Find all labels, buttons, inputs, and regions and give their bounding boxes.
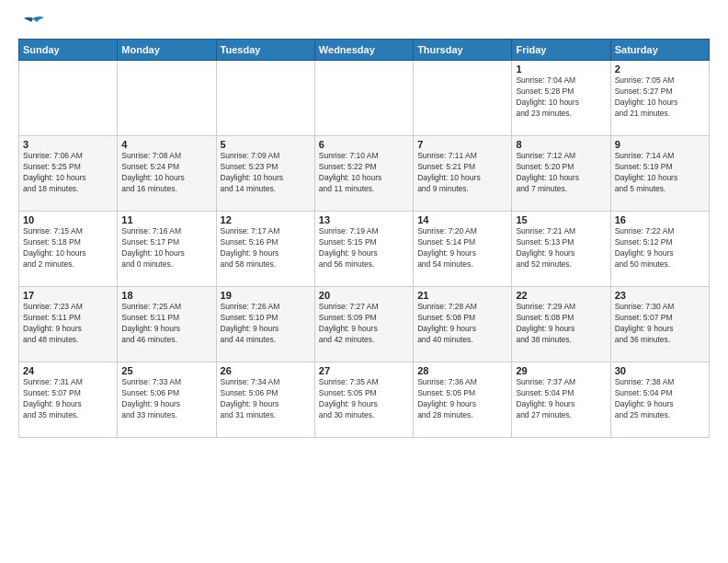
calendar-day-cell: 15Sunrise: 7:21 AMSunset: 5:13 PMDayligh… — [512, 212, 610, 287]
day-number: 3 — [23, 139, 113, 150]
calendar-day-cell: 2Sunrise: 7:05 AMSunset: 5:27 PMDaylight… — [610, 61, 709, 136]
day-number: 23 — [615, 290, 705, 301]
day-number: 29 — [516, 365, 606, 376]
calendar-day-cell: 14Sunrise: 7:20 AMSunset: 5:14 PMDayligh… — [414, 212, 512, 287]
day-number: 30 — [615, 365, 705, 376]
calendar-day-cell: 12Sunrise: 7:17 AMSunset: 5:16 PMDayligh… — [216, 212, 314, 287]
day-info: Sunrise: 7:28 AMSunset: 5:08 PMDaylight:… — [417, 302, 507, 346]
day-info: Sunrise: 7:22 AMSunset: 5:12 PMDaylight:… — [615, 226, 705, 270]
day-number: 26 — [221, 365, 311, 376]
day-info: Sunrise: 7:35 AMSunset: 5:05 PMDaylight:… — [319, 377, 409, 421]
calendar-day-cell: 26Sunrise: 7:34 AMSunset: 5:06 PMDayligh… — [216, 362, 314, 438]
weekday-header-friday: Friday — [512, 40, 610, 61]
day-info: Sunrise: 7:11 AMSunset: 5:21 PMDaylight:… — [417, 151, 507, 195]
day-number: 6 — [319, 139, 409, 150]
calendar-day-cell: 17Sunrise: 7:23 AMSunset: 5:11 PMDayligh… — [19, 287, 118, 362]
calendar-week-row: 1Sunrise: 7:04 AMSunset: 5:28 PMDaylight… — [19, 61, 710, 136]
day-info: Sunrise: 7:25 AMSunset: 5:11 PMDaylight:… — [121, 302, 211, 346]
calendar-day-cell: 18Sunrise: 7:25 AMSunset: 5:11 PMDayligh… — [118, 287, 216, 362]
day-number: 2 — [615, 63, 705, 75]
day-info: Sunrise: 7:37 AMSunset: 5:04 PMDaylight:… — [516, 377, 606, 421]
day-number: 15 — [516, 214, 606, 225]
weekday-header-thursday: Thursday — [414, 40, 512, 61]
calendar-day-cell: 5Sunrise: 7:09 AMSunset: 5:23 PMDaylight… — [216, 136, 314, 212]
day-info: Sunrise: 7:06 AMSunset: 5:25 PMDaylight:… — [23, 151, 113, 195]
day-number: 1 — [516, 63, 606, 75]
day-info: Sunrise: 7:04 AMSunset: 5:28 PMDaylight:… — [516, 75, 606, 120]
calendar-day-cell: 30Sunrise: 7:38 AMSunset: 5:04 PMDayligh… — [610, 362, 709, 438]
calendar-day-cell: 13Sunrise: 7:19 AMSunset: 5:15 PMDayligh… — [314, 212, 413, 287]
day-number: 9 — [615, 139, 705, 150]
day-number: 14 — [417, 214, 507, 225]
day-info: Sunrise: 7:09 AMSunset: 5:23 PMDaylight:… — [221, 151, 311, 195]
day-info: Sunrise: 7:27 AMSunset: 5:09 PMDaylight:… — [319, 302, 409, 346]
day-number: 10 — [23, 214, 113, 225]
calendar-table: SundayMondayTuesdayWednesdayThursdayFrid… — [18, 39, 710, 438]
weekday-header-row: SundayMondayTuesdayWednesdayThursdayFrid… — [19, 40, 710, 61]
day-number: 4 — [121, 139, 211, 150]
calendar-day-cell: 19Sunrise: 7:26 AMSunset: 5:10 PMDayligh… — [216, 287, 314, 362]
calendar-day-cell: 21Sunrise: 7:28 AMSunset: 5:08 PMDayligh… — [414, 287, 512, 362]
day-number: 19 — [221, 290, 311, 301]
calendar-day-cell: 7Sunrise: 7:11 AMSunset: 5:21 PMDaylight… — [414, 136, 512, 212]
calendar-day-cell — [19, 61, 118, 136]
day-number: 24 — [23, 365, 113, 376]
calendar-day-cell: 24Sunrise: 7:31 AMSunset: 5:07 PMDayligh… — [19, 362, 118, 438]
day-number: 20 — [319, 290, 409, 301]
day-number: 16 — [615, 214, 705, 225]
day-info: Sunrise: 7:05 AMSunset: 5:27 PMDaylight:… — [615, 75, 705, 120]
day-info: Sunrise: 7:12 AMSunset: 5:20 PMDaylight:… — [516, 151, 606, 195]
logo — [18, 15, 46, 31]
day-info: Sunrise: 7:34 AMSunset: 5:06 PMDaylight:… — [221, 377, 311, 421]
day-number: 28 — [417, 365, 507, 376]
day-info: Sunrise: 7:17 AMSunset: 5:16 PMDaylight:… — [221, 226, 311, 270]
calendar-day-cell: 10Sunrise: 7:15 AMSunset: 5:18 PMDayligh… — [19, 212, 118, 287]
calendar-day-cell: 3Sunrise: 7:06 AMSunset: 5:25 PMDaylight… — [19, 136, 118, 212]
day-info: Sunrise: 7:14 AMSunset: 5:19 PMDaylight:… — [615, 151, 705, 195]
calendar-day-cell: 8Sunrise: 7:12 AMSunset: 5:20 PMDaylight… — [512, 136, 610, 212]
calendar-week-row: 17Sunrise: 7:23 AMSunset: 5:11 PMDayligh… — [19, 287, 710, 362]
calendar-day-cell: 1Sunrise: 7:04 AMSunset: 5:28 PMDaylight… — [512, 61, 610, 136]
day-info: Sunrise: 7:33 AMSunset: 5:06 PMDaylight:… — [121, 377, 211, 421]
calendar-day-cell: 20Sunrise: 7:27 AMSunset: 5:09 PMDayligh… — [314, 287, 413, 362]
day-info: Sunrise: 7:36 AMSunset: 5:05 PMDaylight:… — [417, 377, 507, 421]
calendar-day-cell: 29Sunrise: 7:37 AMSunset: 5:04 PMDayligh… — [512, 362, 610, 438]
calendar-day-cell: 22Sunrise: 7:29 AMSunset: 5:08 PMDayligh… — [512, 287, 610, 362]
calendar-week-row: 24Sunrise: 7:31 AMSunset: 5:07 PMDayligh… — [19, 362, 710, 438]
calendar-day-cell: 28Sunrise: 7:36 AMSunset: 5:05 PMDayligh… — [414, 362, 512, 438]
day-info: Sunrise: 7:38 AMSunset: 5:04 PMDaylight:… — [615, 377, 705, 421]
weekday-header-saturday: Saturday — [610, 40, 709, 61]
day-info: Sunrise: 7:20 AMSunset: 5:14 PMDaylight:… — [417, 226, 507, 270]
day-number: 17 — [23, 290, 113, 301]
weekday-header-sunday: Sunday — [19, 40, 118, 61]
day-number: 22 — [516, 290, 606, 301]
calendar-day-cell: 27Sunrise: 7:35 AMSunset: 5:05 PMDayligh… — [314, 362, 413, 438]
day-info: Sunrise: 7:30 AMSunset: 5:07 PMDaylight:… — [615, 302, 705, 346]
day-number: 5 — [221, 139, 311, 150]
calendar-day-cell — [314, 61, 413, 136]
weekday-header-wednesday: Wednesday — [314, 40, 413, 61]
calendar-day-cell: 9Sunrise: 7:14 AMSunset: 5:19 PMDaylight… — [610, 136, 709, 212]
calendar-day-cell — [216, 61, 314, 136]
calendar-week-row: 10Sunrise: 7:15 AMSunset: 5:18 PMDayligh… — [19, 212, 710, 287]
day-number: 12 — [221, 214, 311, 225]
calendar-day-cell — [118, 61, 216, 136]
calendar-day-cell: 11Sunrise: 7:16 AMSunset: 5:17 PMDayligh… — [118, 212, 216, 287]
day-info: Sunrise: 7:31 AMSunset: 5:07 PMDaylight:… — [23, 377, 113, 421]
calendar-day-cell — [414, 61, 512, 136]
calendar-day-cell: 25Sunrise: 7:33 AMSunset: 5:06 PMDayligh… — [118, 362, 216, 438]
day-number: 7 — [417, 139, 507, 150]
calendar-day-cell: 6Sunrise: 7:10 AMSunset: 5:22 PMDaylight… — [314, 136, 413, 212]
weekday-header-tuesday: Tuesday — [216, 40, 314, 61]
day-number: 25 — [121, 365, 211, 376]
day-info: Sunrise: 7:23 AMSunset: 5:11 PMDaylight:… — [23, 302, 113, 346]
day-info: Sunrise: 7:19 AMSunset: 5:15 PMDaylight:… — [319, 226, 409, 270]
day-info: Sunrise: 7:08 AMSunset: 5:24 PMDaylight:… — [121, 151, 211, 195]
day-number: 11 — [121, 214, 211, 225]
day-number: 13 — [319, 214, 409, 225]
day-info: Sunrise: 7:29 AMSunset: 5:08 PMDaylight:… — [516, 302, 606, 346]
day-number: 8 — [516, 139, 606, 150]
day-number: 21 — [417, 290, 507, 301]
calendar-day-cell: 4Sunrise: 7:08 AMSunset: 5:24 PMDaylight… — [118, 136, 216, 212]
calendar-day-cell: 16Sunrise: 7:22 AMSunset: 5:12 PMDayligh… — [610, 212, 709, 287]
